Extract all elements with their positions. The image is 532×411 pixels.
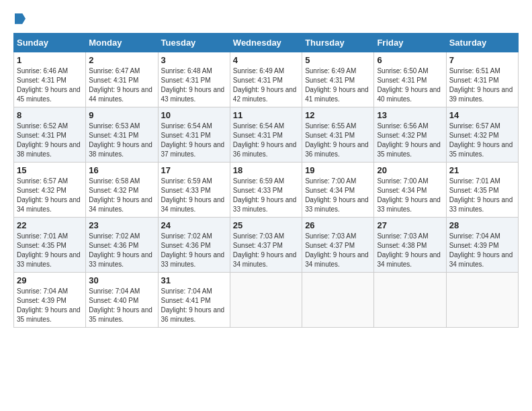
day-number: 10 xyxy=(161,110,227,120)
calendar-cell: 2Sunrise: 6:47 AM Sunset: 4:31 PM Daylig… xyxy=(86,52,158,107)
day-info: Sunrise: 7:02 AM Sunset: 4:36 PM Dayligh… xyxy=(89,232,154,269)
header-cell-wednesday: Wednesday xyxy=(230,34,302,52)
day-info: Sunrise: 6:47 AM Sunset: 4:31 PM Dayligh… xyxy=(89,66,154,104)
day-info: Sunrise: 7:04 AM Sunset: 4:41 PM Dayligh… xyxy=(161,287,227,324)
day-number: 24 xyxy=(161,220,227,230)
calendar-cell: 15Sunrise: 6:57 AM Sunset: 4:32 PM Dayli… xyxy=(14,163,86,218)
calendar-cell: 12Sunrise: 6:55 AM Sunset: 4:31 PM Dayli… xyxy=(302,107,374,163)
logo-text xyxy=(13,11,26,25)
calendar-cell: 20Sunrise: 7:00 AM Sunset: 4:34 PM Dayli… xyxy=(374,163,446,218)
day-number: 12 xyxy=(305,110,371,120)
day-info: Sunrise: 6:54 AM Sunset: 4:31 PM Dayligh… xyxy=(161,122,227,159)
calendar-cell: 30Sunrise: 7:04 AM Sunset: 4:40 PM Dayli… xyxy=(86,273,158,328)
day-info: Sunrise: 7:03 AM Sunset: 4:37 PM Dayligh… xyxy=(233,232,299,269)
calendar-cell: 13Sunrise: 6:56 AM Sunset: 4:32 PM Dayli… xyxy=(374,107,446,163)
calendar-table: SundayMondayTuesdayWednesdayThursdayFrid… xyxy=(13,33,519,328)
day-info: Sunrise: 6:59 AM Sunset: 4:33 PM Dayligh… xyxy=(161,177,227,214)
calendar-cell: 23Sunrise: 7:02 AM Sunset: 4:36 PM Dayli… xyxy=(86,218,158,273)
header-cell-monday: Monday xyxy=(86,34,158,52)
day-number: 2 xyxy=(89,55,154,65)
day-info: Sunrise: 6:59 AM Sunset: 4:33 PM Dayligh… xyxy=(233,177,299,214)
day-info: Sunrise: 7:04 AM Sunset: 4:39 PM Dayligh… xyxy=(17,287,83,324)
calendar-cell: 11Sunrise: 6:54 AM Sunset: 4:31 PM Dayli… xyxy=(230,107,302,163)
calendar-cell: 28Sunrise: 7:04 AM Sunset: 4:39 PM Dayli… xyxy=(446,218,518,273)
day-number: 29 xyxy=(17,275,83,285)
calendar-cell: 5Sunrise: 6:49 AM Sunset: 4:31 PM Daylig… xyxy=(302,52,374,107)
day-info: Sunrise: 6:58 AM Sunset: 4:32 PM Dayligh… xyxy=(89,177,154,214)
day-number: 14 xyxy=(449,110,515,120)
header-cell-sunday: Sunday xyxy=(14,34,86,52)
day-info: Sunrise: 6:54 AM Sunset: 4:31 PM Dayligh… xyxy=(233,122,299,159)
day-number: 18 xyxy=(233,165,299,175)
calendar-cell: 24Sunrise: 7:02 AM Sunset: 4:36 PM Dayli… xyxy=(158,218,230,273)
calendar-cell: 3Sunrise: 6:48 AM Sunset: 4:31 PM Daylig… xyxy=(158,52,230,107)
calendar-cell: 17Sunrise: 6:59 AM Sunset: 4:33 PM Dayli… xyxy=(158,163,230,218)
header-row: SundayMondayTuesdayWednesdayThursdayFrid… xyxy=(14,34,519,52)
calendar-cell: 4Sunrise: 6:49 AM Sunset: 4:31 PM Daylig… xyxy=(230,52,302,107)
day-number: 6 xyxy=(377,55,443,65)
day-info: Sunrise: 6:52 AM Sunset: 4:31 PM Dayligh… xyxy=(17,122,83,159)
day-info: Sunrise: 6:55 AM Sunset: 4:31 PM Dayligh… xyxy=(305,122,371,159)
day-number: 22 xyxy=(17,220,83,230)
calendar-cell: 1Sunrise: 6:46 AM Sunset: 4:31 PM Daylig… xyxy=(14,52,86,107)
day-number: 17 xyxy=(161,165,227,175)
calendar-cell xyxy=(230,273,302,328)
day-number: 11 xyxy=(233,110,299,120)
week-row: 8Sunrise: 6:52 AM Sunset: 4:31 PM Daylig… xyxy=(14,107,519,163)
header xyxy=(13,11,519,25)
day-info: Sunrise: 7:01 AM Sunset: 4:35 PM Dayligh… xyxy=(449,177,515,214)
calendar-cell: 9Sunrise: 6:53 AM Sunset: 4:31 PM Daylig… xyxy=(86,107,158,163)
day-info: Sunrise: 6:57 AM Sunset: 4:32 PM Dayligh… xyxy=(17,177,83,214)
calendar-cell: 19Sunrise: 7:00 AM Sunset: 4:34 PM Dayli… xyxy=(302,163,374,218)
day-info: Sunrise: 6:49 AM Sunset: 4:31 PM Dayligh… xyxy=(305,66,371,104)
calendar-cell: 18Sunrise: 6:59 AM Sunset: 4:33 PM Dayli… xyxy=(230,163,302,218)
header-cell-tuesday: Tuesday xyxy=(158,34,230,52)
week-row: 15Sunrise: 6:57 AM Sunset: 4:32 PM Dayli… xyxy=(14,163,519,218)
day-info: Sunrise: 7:03 AM Sunset: 4:37 PM Dayligh… xyxy=(305,232,371,269)
day-number: 16 xyxy=(89,165,154,175)
day-number: 27 xyxy=(377,220,443,230)
week-row: 29Sunrise: 7:04 AM Sunset: 4:39 PM Dayli… xyxy=(14,273,519,328)
day-number: 31 xyxy=(161,275,227,285)
calendar-cell: 7Sunrise: 6:51 AM Sunset: 4:31 PM Daylig… xyxy=(446,52,518,107)
calendar-cell xyxy=(302,273,374,328)
calendar-cell xyxy=(446,273,518,328)
day-info: Sunrise: 6:46 AM Sunset: 4:31 PM Dayligh… xyxy=(17,66,83,104)
day-number: 7 xyxy=(449,55,515,65)
calendar-cell: 27Sunrise: 7:03 AM Sunset: 4:38 PM Dayli… xyxy=(374,218,446,273)
logo xyxy=(13,11,26,25)
calendar-cell: 26Sunrise: 7:03 AM Sunset: 4:37 PM Dayli… xyxy=(302,218,374,273)
day-number: 13 xyxy=(377,110,443,120)
week-row: 22Sunrise: 7:01 AM Sunset: 4:35 PM Dayli… xyxy=(14,218,519,273)
day-number: 4 xyxy=(233,55,299,65)
day-number: 20 xyxy=(377,165,443,175)
calendar-cell xyxy=(374,273,446,328)
calendar-cell: 8Sunrise: 6:52 AM Sunset: 4:31 PM Daylig… xyxy=(14,107,86,163)
day-number: 25 xyxy=(233,220,299,230)
day-number: 19 xyxy=(305,165,371,175)
header-cell-friday: Friday xyxy=(374,34,446,52)
calendar-cell: 10Sunrise: 6:54 AM Sunset: 4:31 PM Dayli… xyxy=(158,107,230,163)
day-info: Sunrise: 6:56 AM Sunset: 4:32 PM Dayligh… xyxy=(377,122,443,159)
header-cell-saturday: Saturday xyxy=(446,34,518,52)
logo-icon xyxy=(15,13,26,24)
day-number: 26 xyxy=(305,220,371,230)
day-number: 3 xyxy=(161,55,227,65)
day-number: 5 xyxy=(305,55,371,65)
calendar-cell: 16Sunrise: 6:58 AM Sunset: 4:32 PM Dayli… xyxy=(86,163,158,218)
calendar-cell: 29Sunrise: 7:04 AM Sunset: 4:39 PM Dayli… xyxy=(14,273,86,328)
calendar-cell: 14Sunrise: 6:57 AM Sunset: 4:32 PM Dayli… xyxy=(446,107,518,163)
day-info: Sunrise: 6:50 AM Sunset: 4:31 PM Dayligh… xyxy=(377,66,443,104)
day-info: Sunrise: 6:48 AM Sunset: 4:31 PM Dayligh… xyxy=(161,66,227,104)
calendar-cell: 31Sunrise: 7:04 AM Sunset: 4:41 PM Dayli… xyxy=(158,273,230,328)
day-number: 23 xyxy=(89,220,154,230)
day-info: Sunrise: 7:01 AM Sunset: 4:35 PM Dayligh… xyxy=(17,232,83,269)
day-number: 28 xyxy=(449,220,515,230)
day-info: Sunrise: 7:04 AM Sunset: 4:39 PM Dayligh… xyxy=(449,232,515,269)
day-info: Sunrise: 6:49 AM Sunset: 4:31 PM Dayligh… xyxy=(233,66,299,104)
day-info: Sunrise: 6:57 AM Sunset: 4:32 PM Dayligh… xyxy=(449,122,515,159)
day-info: Sunrise: 7:03 AM Sunset: 4:38 PM Dayligh… xyxy=(377,232,443,269)
day-number: 1 xyxy=(17,55,83,65)
header-cell-thursday: Thursday xyxy=(302,34,374,52)
day-info: Sunrise: 7:00 AM Sunset: 4:34 PM Dayligh… xyxy=(377,177,443,214)
